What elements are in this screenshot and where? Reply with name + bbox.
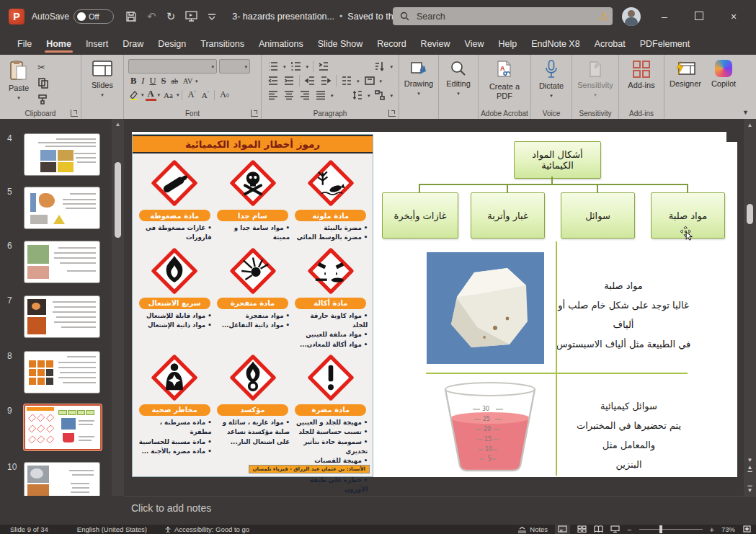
tab-animations[interactable]: Animations: [252, 35, 311, 55]
shrink-font-button[interactable]: Aˇ: [200, 90, 211, 99]
text-box-icon[interactable]: [364, 75, 375, 86]
tab-record[interactable]: Record: [370, 35, 413, 55]
undo-icon[interactable]: ↶: [147, 10, 156, 23]
thumbnail-slide-5[interactable]: [24, 187, 100, 229]
dictate-button[interactable]: Dictate▾: [531, 55, 572, 98]
thumbnail-slide-4[interactable]: [24, 133, 100, 176]
thumbnail-slide-10[interactable]: [24, 462, 100, 496]
diagram-box-gases[interactable]: غازات وأبخرة: [382, 192, 458, 239]
character-spacing-button[interactable]: AV: [181, 77, 195, 85]
slide-sorter-view-button[interactable]: [577, 525, 587, 534]
addins-button[interactable]: Add-ins: [619, 55, 664, 90]
zoom-level[interactable]: 73%: [721, 525, 735, 533]
diagram-box-liquids[interactable]: سوائل: [561, 192, 635, 239]
slide-scrollbar[interactable]: ▲ ▼ ▲▔ ▁▼: [744, 119, 756, 496]
line-spacing-icon[interactable]: [352, 89, 363, 101]
thumbnail-scrollbar[interactable]: ▲: [112, 119, 124, 496]
text-shadow-button[interactable]: ab: [169, 77, 180, 85]
next-slide-button[interactable]: ▁▼: [744, 480, 756, 494]
create-pdf-button[interactable]: A Create a PDF: [479, 55, 530, 100]
columns-icon[interactable]: [341, 75, 352, 86]
normal-view-button[interactable]: [555, 525, 570, 534]
sort-icon[interactable]: [374, 61, 386, 72]
reading-view-button[interactable]: [594, 525, 603, 534]
scrollbar-thumb[interactable]: [747, 204, 753, 224]
liquids-text-box[interactable]: سوائل كيميائية يتم تحضيرها في المختبرات …: [562, 396, 695, 474]
zoom-in-button[interactable]: +: [710, 525, 714, 534]
paragraph-dialog-launcher[interactable]: [388, 110, 396, 117]
tab-slide-show[interactable]: Slide Show: [311, 35, 370, 55]
justify-icon[interactable]: [315, 89, 326, 101]
tab-draw[interactable]: Draw: [115, 35, 151, 55]
liquid-beaker-image[interactable]: 30 25 20 15 10 5: [432, 381, 548, 476]
thumbnail-slide-6[interactable]: [24, 241, 100, 283]
tab-home[interactable]: Home: [39, 35, 79, 55]
diagram-box-dust[interactable]: غبار وأتربة: [471, 192, 545, 239]
change-case-button[interactable]: Aa: [161, 91, 175, 99]
customize-toolbar-icon[interactable]: [208, 13, 216, 20]
previous-slide-button[interactable]: ▲▔: [744, 464, 756, 479]
font-dialog-launcher[interactable]: [251, 110, 258, 117]
thumbnail-slide-7[interactable]: [24, 295, 100, 338]
copilot-button[interactable]: Copilot: [706, 55, 741, 89]
notes-toggle-button[interactable]: Notes: [517, 525, 548, 533]
zoom-slider[interactable]: [639, 529, 703, 530]
designer-button[interactable]: Designer: [664, 55, 706, 89]
start-slideshow-icon[interactable]: [185, 11, 197, 22]
indent-increase-icon[interactable]: [283, 75, 295, 86]
strikethrough-button[interactable]: S: [159, 76, 169, 86]
font-size-combobox[interactable]: ▾: [219, 59, 250, 74]
paste-button[interactable]: Paste▾: [0, 55, 37, 104]
italic-button[interactable]: I: [139, 76, 146, 86]
new-slide-button[interactable]: Slides▾: [81, 55, 123, 97]
autosave-control[interactable]: AutoSave Off: [32, 9, 114, 24]
warning-icon[interactable]: ⚠: [599, 9, 609, 23]
solid-material-rock-image[interactable]: [427, 252, 544, 364]
powerpoint-logo-icon[interactable]: P: [9, 9, 25, 25]
indent-decrease-icon[interactable]: [267, 75, 279, 86]
collapse-ribbon-icon[interactable]: ▼: [742, 109, 749, 116]
tab-design[interactable]: Design: [151, 35, 193, 55]
notes-pane[interactable]: Click to add notes: [124, 496, 756, 525]
ltr-direction-icon[interactable]: [304, 75, 316, 86]
notes-placeholder[interactable]: Click to add notes: [131, 502, 211, 514]
zoom-slider-thumb[interactable]: [659, 525, 662, 533]
font-color-button[interactable]: A: [146, 89, 156, 101]
bold-button[interactable]: B: [128, 76, 138, 86]
scroll-down-icon[interactable]: ▼: [744, 457, 756, 464]
copy-icon[interactable]: [37, 77, 49, 89]
clipboard-dialog-launcher[interactable]: [71, 110, 78, 117]
format-painter-icon[interactable]: [37, 93, 49, 104]
slideshow-view-button[interactable]: [610, 525, 620, 534]
slide-9[interactable]: رموز أخطار المواد الكيميائية مادة ملوثة …: [132, 132, 737, 477]
bullets-icon[interactable]: [267, 61, 279, 72]
numbering-icon[interactable]: [290, 61, 302, 72]
search-box[interactable]: [393, 7, 613, 25]
drawing-button[interactable]: A Drawing▾: [399, 55, 438, 96]
scroll-up-icon[interactable]: ▲: [744, 122, 756, 128]
fit-to-window-button[interactable]: [742, 525, 752, 534]
close-button[interactable]: ×: [723, 11, 744, 22]
accessibility-status[interactable]: Accessibility: Good to go: [164, 525, 249, 533]
thumbnail-slide-8[interactable]: [24, 351, 100, 393]
tab-insert[interactable]: Insert: [79, 35, 115, 55]
tab-help[interactable]: Help: [491, 35, 524, 55]
save-icon[interactable]: [125, 11, 137, 22]
autosave-toggle[interactable]: Off: [74, 9, 114, 24]
highlight-color-icon[interactable]: [128, 90, 140, 100]
solids-text-box[interactable]: مواد صلبة غالبا توجد على شكل خام صلب أو …: [556, 276, 691, 354]
diagram-root-box[interactable]: أشكال المواد الكيمائية: [514, 141, 601, 179]
tab-view[interactable]: View: [458, 35, 492, 55]
slide-indicator[interactable]: Slide 9 of 34: [10, 525, 48, 533]
tab-endnote[interactable]: EndNote X8: [524, 35, 587, 55]
font-name-combobox[interactable]: ▾: [128, 59, 217, 74]
align-left-icon[interactable]: [267, 89, 279, 101]
indent-more-icon[interactable]: [318, 61, 329, 72]
smartart-convert-icon[interactable]: [374, 89, 386, 101]
tab-pdfelement[interactable]: PDFelement: [633, 35, 697, 55]
hazard-symbols-panel[interactable]: رموز أخطار المواد الكيميائية مادة ملوثة …: [132, 134, 373, 477]
tab-review[interactable]: Review: [414, 35, 458, 55]
align-center-icon[interactable]: [283, 89, 295, 101]
user-avatar[interactable]: [622, 7, 641, 26]
align-right-icon[interactable]: [299, 89, 311, 101]
